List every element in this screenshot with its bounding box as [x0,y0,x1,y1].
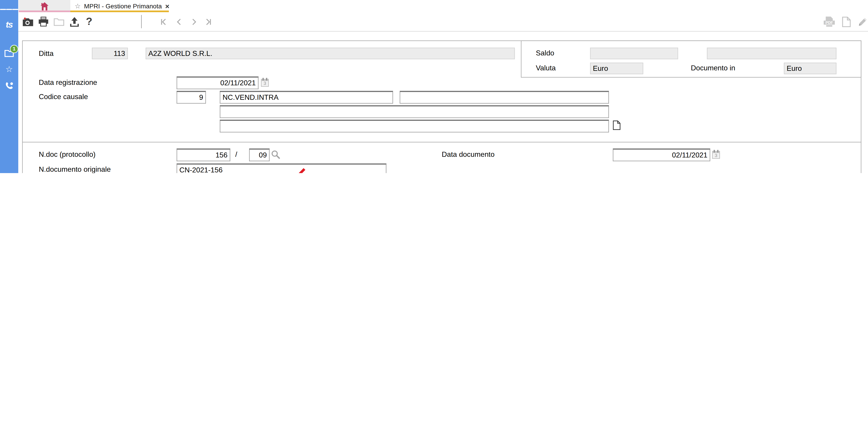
tab-bar: ☆ MPRI - Gestione Primanota × [18,0,868,12]
valuta-field: Euro [590,63,643,74]
new-document-button[interactable] [840,15,853,29]
ndoc-sezione-field[interactable]: 09 [249,148,270,161]
hamburger-menu-button[interactable] [0,2,18,17]
tab-title: MPRI - Gestione Primanota [84,3,162,9]
data-registrazione-label: Data registrazione [39,77,97,88]
documento-in-label: Documento in [691,62,735,74]
ndoc-originale-label: N.documento originale [39,163,111,173]
upload-button[interactable] [68,15,81,29]
codice-causale-desc-field[interactable]: NC.VEND.INTRA [220,91,393,104]
section-divider-1 [22,142,862,142]
star-icon: ☆ [5,64,13,74]
nav-next-button[interactable] [188,15,200,29]
nav-last-button[interactable] [202,15,214,29]
nav-first-icon [160,18,167,25]
ndoc-search-icon[interactable] [271,149,281,160]
nav-next-icon [191,18,197,25]
ditta-label: Ditta [39,48,53,59]
saldo-label: Saldo [536,47,554,59]
home-icon [40,2,49,10]
nav-first-button[interactable] [158,15,170,29]
ndoc-separator: / [235,148,237,160]
sidebar-item-favorites[interactable]: ☆ [0,62,18,77]
open-folder-button[interactable] [52,15,65,29]
upload-icon [69,16,80,27]
home-tab-underline [19,11,70,12]
svg-text:3: 3 [715,153,717,158]
codice-causale-extra-field[interactable] [400,91,609,104]
ts-logo-text: ts [6,20,12,30]
nav-prev-icon [176,18,182,25]
edit-button[interactable] [856,15,868,29]
pdf-icon: PDF [823,16,835,27]
data-documento-label: Data documento [442,148,495,160]
nav-prev-button[interactable] [173,15,185,29]
help-button[interactable]: ? [84,15,95,29]
codice-causale-code-field[interactable]: 9 [177,91,206,104]
codice-causale-label: Codice causale [39,91,88,103]
annotation-arrow [221,163,315,173]
tab-close-icon[interactable]: × [165,2,169,10]
data-registrazione-calendar-icon[interactable]: 3 [260,78,269,87]
tab-home[interactable] [19,0,70,12]
app-window: ts 1 ☆ ec [0,0,868,173]
page-icon [842,16,851,27]
saldo-field-2 [707,48,836,59]
notification-badge: 1 [10,45,18,53]
camera-icon [22,17,33,26]
data-documento-field[interactable]: 02/11/2021 [613,148,710,161]
sidebar-item-phone[interactable] [0,79,18,93]
tab-favorite-star-icon[interactable]: ☆ [75,2,81,10]
camera-button[interactable] [21,15,34,29]
ditta-name-field: A2Z WORLD S.R.L. [146,48,515,59]
pencil-icon [857,16,868,27]
sidebar-item-documents[interactable]: 1 [0,46,18,60]
teamsystem-logo: ts [0,18,18,32]
data-registrazione-field[interactable]: 02/11/2021 [177,77,258,89]
causale-note-field-1[interactable] [220,105,609,118]
sidebar: ts 1 ☆ ec [0,0,18,173]
causale-attachment-icon[interactable] [613,120,620,130]
saldo-field-1 [590,48,678,59]
causale-note-field-2[interactable] [220,120,609,132]
active-tab-underline [70,11,169,12]
help-icon: ? [86,16,92,28]
data-documento-calendar-icon[interactable]: 3 [712,149,720,159]
tab-mpri-gestione-primanota[interactable]: ☆ MPRI - Gestione Primanota × [70,0,169,12]
valuta-label: Valuta [536,62,556,74]
ndoc-label: N.doc (protocollo) [39,148,95,160]
nav-last-icon [204,18,211,25]
documento-in-field: Euro [784,63,837,74]
print-icon [38,17,49,26]
ditta-code-field: 113 [92,48,128,59]
toolbar-separator [141,15,142,28]
toolbar: ? PDF [18,12,868,32]
export-pdf-button[interactable]: PDF [822,15,837,29]
svg-text:PDF: PDF [826,21,833,25]
ndoc-numero-field[interactable]: 156 [177,148,230,161]
phone-icon [5,81,13,90]
svg-text:3: 3 [264,81,266,86]
folder-notification-icon: 1 [4,49,14,57]
folder-icon [53,17,64,26]
print-button[interactable] [37,15,50,29]
